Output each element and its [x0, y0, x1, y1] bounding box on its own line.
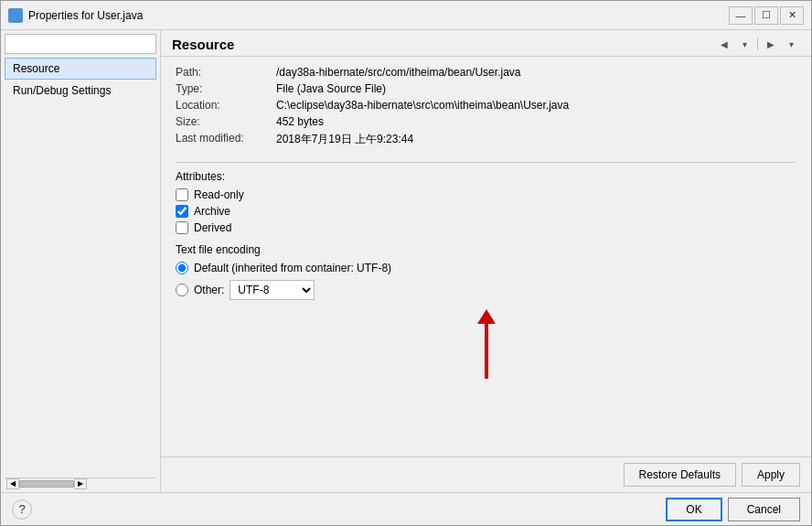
- apply-button[interactable]: Apply: [742, 463, 800, 487]
- maximize-button[interactable]: ☐: [754, 6, 778, 25]
- panel-title: Resource: [172, 37, 234, 52]
- footer-action-buttons: OK Cancel: [666, 498, 800, 521]
- forward-arrow-button[interactable]: ▶: [762, 36, 780, 52]
- right-panel: Resource ◀ ▾ ▶ ▾ Path: /day38a-hibernate…: [161, 30, 811, 492]
- help-button[interactable]: ?: [12, 499, 32, 520]
- close-button[interactable]: ✕: [780, 6, 804, 25]
- nav-arrows: ◀ ▾ ▶ ▾: [715, 36, 800, 52]
- left-panel: Resource Run/Debug Settings ◀ ▶: [1, 30, 161, 492]
- dialog-footer: ? OK Cancel: [1, 492, 811, 525]
- other-encoding-row: Other: UTF-8 UTF-16 ISO-8859-1: [176, 280, 796, 300]
- path-row: Path: /day38a-hibernate/src/com/itheima/…: [176, 66, 796, 79]
- back-arrow-button[interactable]: ◀: [715, 36, 733, 52]
- dialog-icon: [8, 8, 23, 23]
- encoding-section-label: Text file encoding: [176, 243, 796, 256]
- modified-value: 2018年7月19日 上午9:23:44: [276, 132, 413, 147]
- readonly-checkbox[interactable]: [176, 188, 188, 201]
- ok-button[interactable]: OK: [666, 498, 721, 521]
- derived-checkbox-row: Derived: [176, 221, 796, 234]
- minimize-button[interactable]: —: [729, 6, 753, 25]
- default-encoding-label: Default (inherited from container: UTF-8…: [194, 262, 391, 274]
- other-encoding-label: Other:: [194, 284, 224, 296]
- arrow-divider: [757, 38, 758, 50]
- type-value: File (Java Source File): [276, 82, 386, 95]
- sidebar-item-resource[interactable]: Resource: [5, 58, 156, 80]
- derived-checkbox[interactable]: [176, 221, 188, 234]
- readonly-label: Read-only: [194, 188, 244, 201]
- red-arrow: [477, 309, 496, 379]
- scroll-left-arrow[interactable]: ◀: [6, 478, 19, 489]
- arrow-annotation: [176, 309, 796, 379]
- bottom-buttons-area: Restore Defaults Apply: [161, 456, 811, 492]
- filter-input[interactable]: [5, 34, 156, 54]
- archive-checkbox-row: Archive: [176, 205, 796, 218]
- right-header: Resource ◀ ▾ ▶ ▾: [161, 30, 811, 57]
- main-content: Resource Run/Debug Settings ◀ ▶ Resource…: [1, 30, 811, 492]
- divider: [176, 162, 796, 163]
- default-encoding-radio[interactable]: [176, 262, 188, 274]
- modified-row: Last modified: 2018年7月19日 上午9:23:44: [176, 132, 796, 147]
- type-label: Type:: [176, 82, 276, 95]
- path-label: Path:: [176, 66, 276, 79]
- cancel-button[interactable]: Cancel: [728, 498, 800, 521]
- derived-label: Derived: [194, 221, 231, 234]
- archive-label: Archive: [194, 205, 230, 218]
- size-label: Size:: [176, 115, 276, 128]
- restore-defaults-button[interactable]: Restore Defaults: [624, 463, 736, 487]
- resource-content: Path: /day38a-hibernate/src/com/itheima/…: [161, 57, 811, 456]
- scroll-thumb[interactable]: [19, 480, 74, 488]
- path-value: /day38a-hibernate/src/com/itheima/bean/U…: [276, 66, 520, 79]
- properties-dialog: Properties for User.java — ☐ ✕ Resource …: [0, 0, 812, 526]
- type-row: Type: File (Java Source File): [176, 82, 796, 95]
- location-label: Location:: [176, 99, 276, 112]
- arrow-line: [485, 324, 488, 379]
- sidebar-item-run-debug[interactable]: Run/Debug Settings: [5, 80, 156, 102]
- archive-checkbox[interactable]: [176, 205, 188, 218]
- title-bar: Properties for User.java — ☐ ✕: [1, 1, 811, 30]
- nav-list: Resource Run/Debug Settings: [5, 58, 156, 478]
- back-dropdown-button[interactable]: ▾: [735, 36, 753, 52]
- encoding-select[interactable]: UTF-8 UTF-16 ISO-8859-1: [230, 280, 315, 300]
- location-row: Location: C:\eclipse\day38a-hibernate\sr…: [176, 99, 796, 112]
- forward-dropdown-button[interactable]: ▾: [782, 36, 800, 52]
- horizontal-scrollbar[interactable]: ◀ ▶: [5, 478, 156, 488]
- arrow-head: [477, 309, 496, 324]
- readonly-checkbox-row: Read-only: [176, 188, 796, 201]
- size-value: 452 bytes: [276, 115, 324, 128]
- attributes-label: Attributes:: [176, 170, 796, 183]
- location-value: C:\eclipse\day38a-hibernate\src\com\ithe…: [276, 99, 569, 112]
- modified-label: Last modified:: [176, 132, 276, 147]
- other-encoding-radio[interactable]: [176, 284, 188, 296]
- default-encoding-row: Default (inherited from container: UTF-8…: [176, 262, 796, 274]
- title-bar-buttons: — ☐ ✕: [729, 6, 804, 25]
- title-bar-text: Properties for User.java: [28, 9, 729, 22]
- info-table: Path: /day38a-hibernate/src/com/itheima/…: [176, 66, 796, 147]
- size-row: Size: 452 bytes: [176, 115, 796, 128]
- scroll-right-arrow[interactable]: ▶: [74, 478, 87, 489]
